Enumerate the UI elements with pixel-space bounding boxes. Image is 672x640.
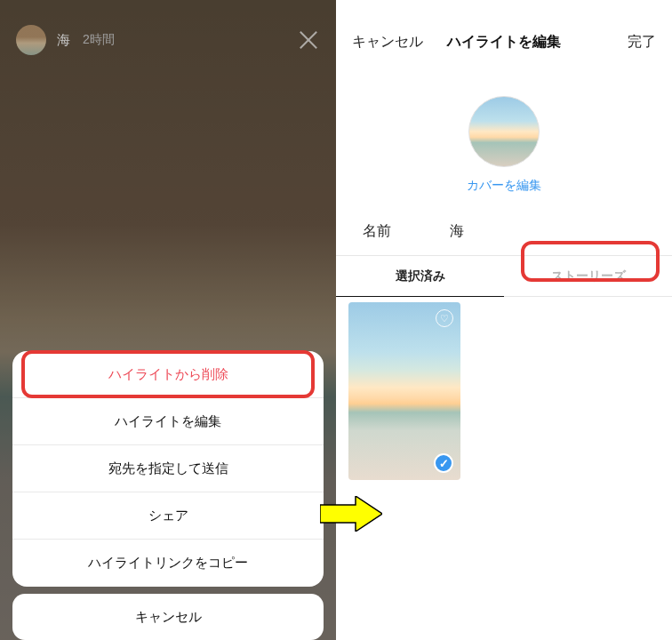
check-icon[interactable]: ✓ (434, 453, 453, 473)
close-icon[interactable] (297, 28, 320, 52)
copy-link-button[interactable]: ハイライトリンクをコピー (12, 540, 324, 587)
edit-highlight-button[interactable]: ハイライトを編集 (12, 398, 324, 445)
cover-image[interactable] (468, 96, 540, 167)
edit-highlight-screen: キャンセル ハイライトを編集 完了 カバーを編集 名前 海 選択済み ストーリー… (336, 0, 672, 640)
story-thumbnail[interactable]: ♡ ✓ (348, 302, 460, 480)
story-title: 海 (57, 32, 70, 49)
thumbnail-grid: ♡ ✓ (336, 297, 672, 480)
name-label: 名前 (363, 222, 434, 241)
avatar[interactable] (16, 25, 46, 55)
remove-from-highlight-button[interactable]: ハイライトから削除 (12, 351, 324, 398)
tab-stories[interactable]: ストーリーズ (504, 256, 672, 297)
nav-title: ハイライトを編集 (432, 33, 576, 52)
tabs: 選択済み ストーリーズ (336, 256, 672, 297)
arrow-icon (320, 496, 382, 532)
share-button[interactable]: シェア (12, 492, 324, 540)
nav-bar: キャンセル ハイライトを編集 完了 (336, 0, 672, 68)
cover-section: カバーを編集 (336, 68, 672, 212)
story-header: 海 2時間 (0, 0, 336, 71)
story-time: 2時間 (83, 32, 115, 48)
heart-icon: ♡ (436, 309, 453, 327)
story-view: 海 2時間 ハイライトから削除 ハイライトを編集 宛先を指定して送信 シェア ハ… (0, 0, 336, 640)
svg-marker-0 (320, 496, 382, 532)
nav-cancel-button[interactable]: キャンセル (352, 33, 432, 52)
nav-done-button[interactable]: 完了 (576, 33, 656, 52)
cancel-button[interactable]: キャンセル (12, 594, 324, 640)
name-input[interactable]: 海 (450, 222, 464, 241)
tab-selected[interactable]: 選択済み (336, 256, 504, 297)
send-to-button[interactable]: 宛先を指定して送信 (12, 445, 324, 492)
action-sheet: ハイライトから削除 ハイライトを編集 宛先を指定して送信 シェア ハイライトリン… (12, 351, 324, 587)
name-row: 名前 海 (336, 212, 672, 256)
edit-cover-link[interactable]: カバーを編集 (467, 178, 541, 194)
